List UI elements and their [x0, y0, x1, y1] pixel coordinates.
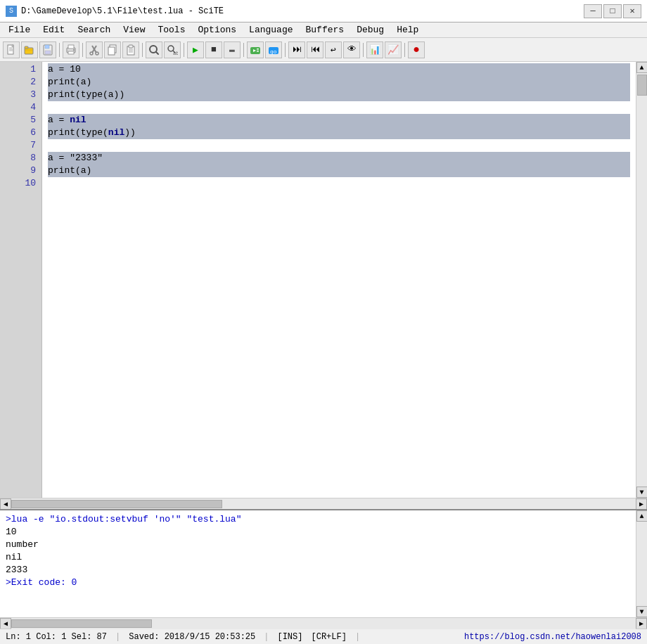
stop2-button[interactable]: ▬ — [224, 41, 241, 58]
line-number-5: 5 — [0, 114, 41, 127]
code-line-2: print(a) — [48, 76, 630, 89]
output-line: >lua -e "io.stdout:setvbuf 'no'" "test.l… — [6, 513, 630, 526]
status-sep-3: | — [355, 632, 360, 642]
code-line-1: a = 10 — [48, 63, 630, 76]
find-button[interactable] — [146, 41, 162, 58]
status-bar: Ln: 1 Col: 1 Sel: 87 | Saved: 2018/9/15 … — [0, 629, 647, 644]
menu-bar: FileEditSearchViewToolsOptionsLanguageBu… — [0, 22, 647, 38]
editor-hscroll-track[interactable] — [11, 498, 636, 510]
svg-rect-32 — [257, 49, 259, 50]
output-vscroll[interactable]: ▲ ▼ — [636, 510, 647, 617]
hscroll-left-arrow[interactable]: ◀ — [0, 498, 11, 510]
output-panel: >lua -e "io.stdout:setvbuf 'no'" "test.l… — [0, 509, 647, 629]
output-hscroll-left[interactable]: ◀ — [0, 618, 11, 629]
status-saved: Saved: 2018/9/15 20:53:25 — [129, 632, 255, 642]
svg-rect-11 — [68, 45, 74, 49]
svg-rect-5 — [25, 46, 28, 49]
vscroll-thumb[interactable] — [637, 75, 647, 96]
toolbar-sep-8 — [404, 43, 405, 57]
editor-container: 12345678910 a = 10print(a)print(type(a))… — [0, 62, 647, 509]
title-bar: S D:\GameDevelop\5.1\File\test.lua - Sci… — [0, 0, 647, 22]
find-replace-button[interactable]: ab — [164, 41, 181, 58]
stop-button[interactable]: ■ — [205, 41, 222, 58]
menu-item-tools[interactable]: Tools — [152, 23, 191, 37]
svg-point-16 — [90, 52, 93, 55]
code-area[interactable]: a = 10print(a)print(type(a)) a = nilprin… — [42, 62, 636, 498]
compile2-button[interactable]: go — [265, 41, 282, 58]
abort-button[interactable]: ● — [408, 41, 425, 58]
calout-button[interactable]: 📈 — [385, 41, 402, 58]
line-number-8: 8 — [0, 152, 41, 165]
editor-vscroll[interactable]: ▲ ▼ — [636, 62, 647, 498]
menu-item-file[interactable]: File — [3, 23, 36, 37]
output-line: number — [6, 539, 630, 551]
svg-rect-21 — [129, 45, 133, 48]
menu-item-buffers[interactable]: Buffers — [300, 23, 350, 37]
menu-item-edit[interactable]: Edit — [37, 23, 70, 37]
cut-button[interactable] — [86, 41, 103, 58]
title-left: S D:\GameDevelop\5.1\File\test.lua - Sci… — [6, 6, 224, 17]
menu-item-help[interactable]: Help — [391, 23, 424, 37]
editor-hscroll-thumb[interactable] — [11, 500, 222, 508]
run-button[interactable]: ▶ — [187, 41, 204, 58]
toolbar-sep-7 — [363, 43, 364, 57]
status-sep-2: | — [264, 632, 269, 642]
menu-item-options[interactable]: Options — [192, 23, 242, 37]
output-hscroll-track[interactable] — [11, 618, 636, 629]
menu-item-view[interactable]: View — [117, 23, 150, 37]
line-number-9: 9 — [0, 165, 41, 177]
svg-rect-8 — [45, 45, 49, 49]
compile-button[interactable] — [247, 41, 264, 58]
editor-hscroll[interactable]: ◀ ▶ — [0, 498, 647, 509]
menu-item-search[interactable]: Search — [72, 23, 116, 37]
status-crlf: [CR+LF] — [311, 632, 346, 642]
line-number-6: 6 — [0, 127, 41, 139]
code-line-6: print(type(nil)) — [48, 127, 630, 139]
code-line-5: a = nil — [48, 114, 630, 127]
toolbar-sep-2 — [82, 43, 83, 57]
status-sep-1: | — [115, 632, 120, 642]
svg-rect-33 — [257, 51, 259, 52]
print-button[interactable] — [63, 41, 79, 58]
svg-text:ab: ab — [173, 51, 178, 56]
toolbar-sep-5 — [243, 43, 244, 57]
toolbar-sep-6 — [285, 43, 286, 57]
app-icon: S — [6, 6, 17, 17]
cal-button[interactable]: 📊 — [366, 41, 383, 58]
hscroll-right-arrow[interactable]: ▶ — [636, 498, 647, 510]
output-line: >Exit code: 0 — [6, 577, 630, 589]
save-file-button[interactable] — [39, 41, 56, 58]
output-vscroll-up[interactable]: ▲ — [636, 510, 648, 522]
svg-rect-19 — [108, 47, 115, 55]
line-number-10: 10 — [0, 177, 41, 190]
prev-button[interactable]: ⏮ — [307, 41, 324, 58]
status-ln-col: Ln: 1 Col: 1 Sel: 87 — [6, 632, 107, 642]
watch-button[interactable]: 👁 — [343, 41, 360, 58]
paste-button[interactable] — [122, 41, 139, 58]
new-file-button[interactable] — [3, 41, 20, 58]
output-hscroll-right[interactable]: ▶ — [636, 618, 647, 629]
title-controls: ─ □ ✕ — [584, 4, 641, 18]
svg-text:go: go — [270, 49, 277, 55]
code-line-9: print(a) — [48, 165, 630, 177]
output-wrapper: >lua -e "io.stdout:setvbuf 'no'" "test.l… — [0, 510, 647, 617]
menu-item-language[interactable]: Language — [243, 23, 298, 37]
open-file-button[interactable] — [21, 41, 38, 58]
maximize-button[interactable]: □ — [603, 4, 622, 18]
close-button[interactable]: ✕ — [623, 4, 641, 18]
copy-button[interactable] — [104, 41, 121, 58]
next-button[interactable]: ⏭ — [288, 41, 305, 58]
vscroll-down-arrow[interactable]: ▼ — [636, 487, 648, 498]
output-hscroll-thumb[interactable] — [11, 619, 152, 628]
code-line-8: a = "2333" — [48, 152, 630, 165]
vscroll-up-arrow[interactable]: ▲ — [636, 62, 648, 73]
svg-point-17 — [96, 52, 98, 55]
output-content[interactable]: >lua -e "io.stdout:setvbuf 'no'" "test.l… — [0, 510, 636, 617]
menu-item-debug[interactable]: Debug — [351, 23, 390, 37]
step-button[interactable]: ↩ — [325, 41, 342, 58]
output-line: 2333 — [6, 564, 630, 577]
toolbar-sep-1 — [59, 43, 60, 57]
output-hscroll[interactable]: ◀ ▶ — [0, 617, 647, 629]
minimize-button[interactable]: ─ — [584, 4, 602, 18]
output-vscroll-down[interactable]: ▼ — [636, 606, 648, 617]
